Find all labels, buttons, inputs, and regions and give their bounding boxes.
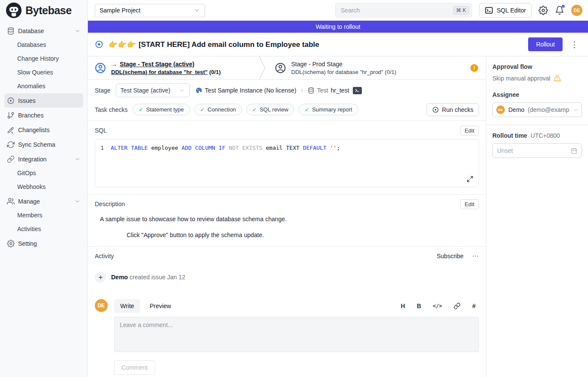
sidebar-item-label: Changelists	[18, 127, 50, 133]
issue-sidebar: Approval flow Skip manual approval Assig…	[486, 56, 588, 377]
user-avatar[interactable]: DE	[571, 5, 582, 16]
chevron-down-icon	[75, 156, 81, 162]
search-input[interactable]	[341, 7, 453, 14]
activity-action: created issue Jan 12	[130, 274, 185, 281]
sidebar-item-anomalies[interactable]: Anomalies	[4, 79, 83, 93]
activity-section: Activity Subscribe ⋯ Demo created issue …	[88, 247, 486, 377]
calendar-icon	[571, 148, 577, 154]
stage-title: Stage - Test Stage (active)	[120, 61, 194, 68]
sidebar-item-database[interactable]: Database	[4, 24, 83, 38]
stage-warning-badge: !	[470, 64, 478, 72]
check-sql-review[interactable]: ✓SQL review	[246, 104, 295, 115]
activity-menu-button[interactable]: ⋯	[472, 252, 479, 260]
sidebar-item-label: Branches	[18, 112, 44, 119]
active-stage-arrow: →	[111, 61, 117, 68]
subscribe-button[interactable]: Subscribe	[437, 253, 464, 260]
tab-preview[interactable]: Preview	[143, 299, 177, 313]
stage-progress: (0/1)	[209, 69, 221, 75]
plus-icon	[95, 272, 106, 283]
instance-link[interactable]: Test Sample Instance (No license)	[205, 87, 296, 94]
search-shortcut-badge: ⌘ K	[453, 6, 469, 15]
bytebase-logo-icon	[6, 2, 22, 19]
check-connection[interactable]: ✓Connection	[194, 104, 242, 115]
sidebar-item-setting[interactable]: Setting	[4, 236, 83, 250]
search-box[interactable]: ⌘ K	[335, 3, 472, 18]
stage-card-test[interactable]: → Stage - Test Stage (active) DDL(schema…	[88, 56, 258, 79]
sidebar-item-integration[interactable]: Integration	[4, 152, 83, 166]
issues-icon	[7, 97, 15, 105]
expand-icon[interactable]	[467, 176, 473, 182]
sidebar-item-label: Setting	[18, 240, 37, 247]
changelist-icon	[7, 126, 15, 134]
terminal-icon	[485, 6, 493, 15]
environment-label: Test	[317, 87, 328, 94]
run-icon	[432, 106, 439, 113]
sidebar-item-slow-queries[interactable]: Slow Queries	[4, 65, 83, 79]
sidebar-item-gitops[interactable]: GitOps	[4, 166, 83, 180]
sidebar-item-changelists[interactable]: Changelists	[4, 123, 83, 137]
sql-editor-button[interactable]: SQL Editor	[479, 3, 532, 18]
description-label: Description	[95, 201, 125, 207]
sidebar-item-issues[interactable]: Issues	[4, 93, 83, 108]
assignee-select[interactable]: DE Demo (demo@example	[492, 102, 582, 117]
sidebar-item-branches[interactable]: Branches	[4, 108, 83, 122]
stage-card-prod[interactable]: Stage - Prod Stage DDL(schema) for datab…	[268, 56, 403, 79]
sidebar-item-sync-schema[interactable]: Sync Schema	[4, 137, 83, 151]
link-icon[interactable]	[454, 303, 460, 309]
sidebar-item-manage[interactable]: Manage	[4, 194, 83, 208]
assignee-avatar: DE	[496, 105, 505, 114]
stage-separator	[258, 56, 268, 80]
check-summary-report[interactable]: ✓Summary report	[299, 104, 358, 115]
bold-icon[interactable]: B	[417, 303, 421, 309]
database-breadcrumb: Test Sample Instance (No license) Test h…	[195, 87, 362, 94]
sql-label: SQL	[95, 127, 107, 134]
sidebar-item-webhooks[interactable]: Webhooks	[4, 180, 83, 194]
line-number: 1	[95, 145, 111, 151]
integration-icon	[7, 155, 15, 163]
check-pass-icon: ✓	[252, 107, 257, 113]
description-edit-button[interactable]: Edit	[460, 199, 479, 209]
bytebase-logo[interactable]: Bytebase	[0, 0, 87, 21]
run-checks-button[interactable]: Run checks	[426, 103, 479, 116]
assignee-title: Assignee	[492, 91, 582, 98]
stage-select-value: Test Stage (active)	[121, 87, 171, 94]
comment-submit-button[interactable]: Comment	[114, 360, 155, 375]
rollout-button[interactable]: Rollout	[528, 37, 563, 51]
sidebar-item-change-history[interactable]: Change History	[4, 52, 83, 65]
rollout-time-input[interactable]: Unset	[492, 143, 582, 158]
code-icon[interactable]: </>	[433, 303, 442, 309]
chevron-down-icon	[193, 7, 200, 14]
chevron-right-icon	[299, 87, 305, 93]
open-sql-editor-icon[interactable]	[353, 87, 362, 94]
sidebar-item-label: Manage	[18, 198, 40, 205]
stage-select[interactable]: Test Stage (active)	[116, 83, 190, 97]
notifications-button[interactable]	[555, 6, 564, 15]
task-checks-row: Task checks ✓Statement type ✓Connection …	[88, 101, 486, 121]
sql-editor[interactable]: 1 ALTER TABLE employee ADD COLUMN IF NOT…	[95, 139, 479, 187]
activity-actor: Demo	[111, 274, 128, 281]
sidebar-item-label: Database	[18, 28, 44, 34]
chevron-down-icon	[75, 198, 81, 204]
rollout-time-placeholder: Unset	[497, 147, 513, 154]
tab-write[interactable]: Write	[114, 299, 140, 313]
project-select[interactable]: Sample Project	[95, 4, 205, 17]
issue-menu-button[interactable]: ⋮	[568, 40, 581, 49]
gear-icon	[538, 6, 548, 15]
sql-section: SQL Edit 1 ALTER TABLE employee ADD COLU…	[88, 121, 486, 195]
heading-icon[interactable]: H	[401, 303, 405, 309]
check-statement-type[interactable]: ✓Statement type	[133, 104, 190, 115]
sidebar-item-label: Integration	[18, 156, 47, 163]
sql-edit-button[interactable]: Edit	[460, 126, 479, 136]
sidebar-item-activities[interactable]: Activities	[4, 222, 83, 236]
timezone-label: UTC+0800	[531, 132, 560, 139]
stage-progress: (0/1)	[385, 69, 396, 75]
manage-users-icon	[7, 198, 15, 205]
database-link[interactable]: hr_test	[331, 87, 349, 94]
hash-icon[interactable]: #	[472, 303, 476, 309]
settings-button[interactable]	[538, 6, 548, 15]
sidebar-item-members[interactable]: Members	[4, 208, 83, 222]
comment-input[interactable]	[114, 317, 479, 352]
sidebar-item-databases[interactable]: Databases	[4, 38, 83, 52]
database-icon	[7, 27, 15, 35]
check-pass-icon: ✓	[200, 107, 205, 113]
